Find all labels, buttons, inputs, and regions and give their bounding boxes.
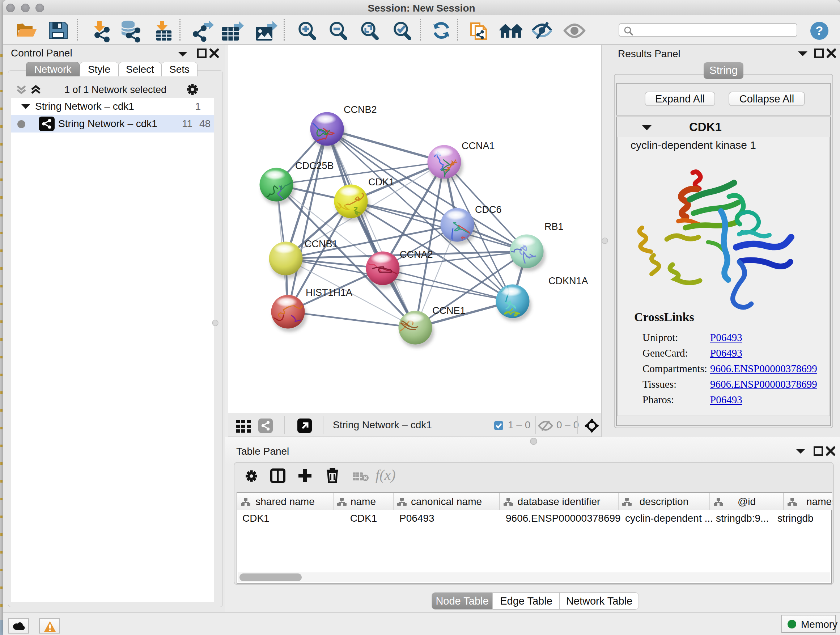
svg-text:CCNB1: CCNB1 bbox=[305, 239, 338, 249]
svg-text:?: ? bbox=[816, 24, 823, 37]
svg-text:CCNE1: CCNE1 bbox=[432, 305, 466, 316]
svg-text:CDC25B: CDC25B bbox=[295, 160, 334, 171]
svg-text:CDKN1A: CDKN1A bbox=[548, 276, 588, 287]
svg-text:CDC6: CDC6 bbox=[475, 204, 502, 215]
svg-text:CCNA2: CCNA2 bbox=[400, 249, 433, 260]
svg-text:RB1: RB1 bbox=[545, 221, 564, 232]
svg-text:HIST1H1A: HIST1H1A bbox=[306, 287, 352, 298]
svg-text:CDK1: CDK1 bbox=[368, 177, 394, 187]
svg-text:CCNA1: CCNA1 bbox=[462, 141, 495, 151]
svg-text:CCNB2: CCNB2 bbox=[344, 104, 377, 115]
